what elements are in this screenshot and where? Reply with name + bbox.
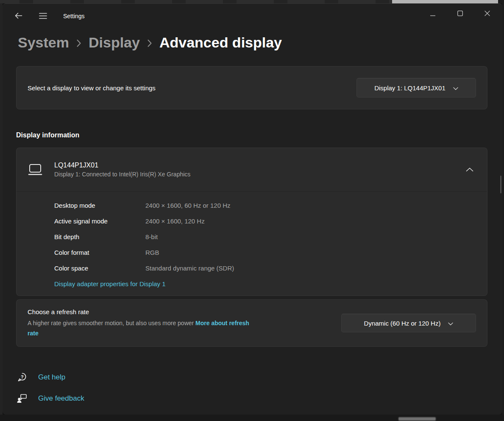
detail-row-bit-depth: Bit depth 8-bit [54, 229, 476, 245]
detail-label: Desktop mode [54, 202, 145, 209]
window-controls [419, 6, 501, 22]
display-info-expander-header[interactable]: LQ144P1JX01 Display 1: Connected to Inte… [17, 148, 487, 191]
detail-value: 2400 × 1600, 60 Hz or 120 Hz [145, 202, 231, 209]
select-display-label: Select a display to view or change its s… [28, 84, 156, 92]
refresh-rate-description: A higher rate gives smoother motion, but… [28, 318, 273, 338]
breadcrumb-advanced-display: Advanced display [159, 34, 282, 51]
help-chat-icon: ? [16, 372, 28, 383]
display-information-card: LQ144P1JX01 Display 1: Connected to Inte… [16, 148, 487, 296]
display-selector-dropdown[interactable]: Display 1: LQ144P1JX01 [356, 78, 476, 98]
detail-row-active-signal-mode: Active signal mode 2400 × 1600, 120 Hz [54, 213, 476, 229]
settings-window: Settings System [3, 3, 502, 415]
breadcrumb: System Display Advanced display [18, 31, 282, 54]
give-feedback-link[interactable]: Give feedback [16, 391, 84, 406]
screen: Settings System [0, 0, 504, 421]
refresh-rate-dropdown[interactable]: Dynamic (60 Hz or 120 Hz) [341, 314, 476, 332]
refresh-rate-description-text: A higher rate gives smoother motion, but… [28, 320, 194, 326]
refresh-rate-text: Choose a refresh rate A higher rate give… [28, 308, 324, 338]
detail-row-color-format: Color format RGB [54, 245, 476, 260]
detail-value: 2400 × 1600, 120 Hz [145, 217, 205, 225]
background-window-corner [498, 0, 504, 3]
background-window-right-sliver [502, 3, 504, 415]
detail-value: RGB [145, 249, 159, 256]
feedback-person-icon [16, 393, 28, 404]
chevron-up-icon [463, 167, 476, 172]
get-help-label: Get help [38, 373, 65, 382]
maximize-icon [457, 10, 463, 18]
back-button[interactable] [10, 9, 26, 24]
maximize-button[interactable] [446, 6, 473, 22]
link-text: More about refresh [195, 320, 249, 326]
minimize-icon [430, 10, 435, 18]
breadcrumb-separator-icon [76, 39, 81, 48]
breadcrumb-separator-icon [147, 39, 152, 48]
laptop-display-icon [28, 163, 43, 176]
detail-label: Color format [54, 249, 145, 256]
give-feedback-label: Give feedback [38, 394, 84, 403]
close-button[interactable] [473, 6, 501, 22]
navigation-menu-button[interactable] [35, 9, 51, 24]
monitor-connection: Display 1: Connected to Intel(R) Iris(R)… [54, 171, 463, 178]
refresh-rate-card: Choose a refresh rate A higher rate give… [16, 299, 487, 347]
display-info-titles: LQ144P1JX01 Display 1: Connected to Inte… [54, 162, 463, 178]
chevron-down-icon [448, 320, 453, 327]
svg-text:?: ? [21, 374, 24, 379]
app-title: Settings [63, 13, 85, 20]
link-text: rate [28, 330, 39, 337]
monitor-name: LQ144P1JX01 [54, 162, 463, 169]
detail-value: 8-bit [145, 233, 158, 240]
vertical-scrollbar[interactable] [500, 176, 501, 193]
detail-row-color-space: Color space Standard dynamic range (SDR) [54, 260, 476, 276]
background-window-light-bar [392, 0, 498, 3]
detail-row-desktop-mode: Desktop mode 2400 × 1600, 60 Hz or 120 H… [54, 198, 476, 213]
breadcrumb-system[interactable]: System [18, 34, 69, 51]
display-information-heading: Display information [16, 131, 79, 139]
refresh-rate-value: Dynamic (60 Hz or 120 Hz) [364, 320, 441, 327]
back-arrow-icon [14, 12, 22, 21]
detail-label: Active signal mode [54, 217, 145, 225]
display-selector-value: Display 1: LQ144P1JX01 [374, 84, 446, 92]
close-icon [485, 10, 490, 18]
display-info-details: Desktop mode 2400 × 1600, 60 Hz or 120 H… [17, 192, 487, 296]
get-help-link[interactable]: ? Get help [16, 370, 65, 385]
select-display-card: Select a display to view or change its s… [16, 66, 487, 109]
hamburger-menu-icon [39, 13, 47, 21]
display-adapter-properties-link[interactable]: Display adapter properties for Display 1 [54, 276, 476, 292]
background-window-text-remnant [398, 417, 436, 421]
chevron-down-icon [453, 84, 458, 92]
detail-value: Standard dynamic range (SDR) [145, 265, 234, 272]
breadcrumb-display[interactable]: Display [89, 34, 140, 51]
refresh-rate-title: Choose a refresh rate [28, 308, 324, 315]
detail-label: Bit depth [54, 233, 145, 240]
minimize-button[interactable] [419, 6, 446, 22]
detail-label: Color space [54, 265, 145, 272]
